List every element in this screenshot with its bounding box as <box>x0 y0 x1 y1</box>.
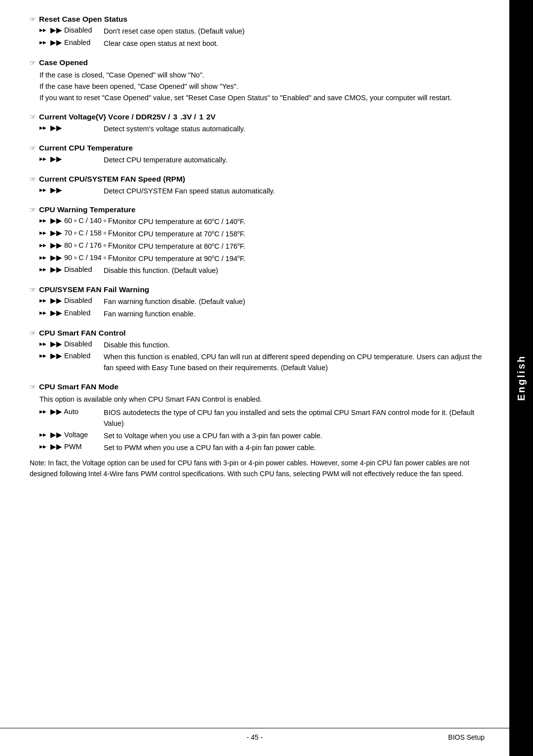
section-body-case-opened: If the case is closed, "Case Opened" wil… <box>30 70 485 104</box>
list-item: ▶▶ DisabledFan warning function disable.… <box>39 297 485 307</box>
item-bullet: ▶▶ Enabled <box>39 309 104 317</box>
item-list-current-voltage: ▶▶ Detect system's voltage status automa… <box>30 124 485 135</box>
item-desc: Set to PWM when you use a CPU fan with a… <box>104 443 485 454</box>
item-bullet: ▶▶ PWM <box>39 443 104 451</box>
page-wrapper: Reset Case Open Status▶▶ DisabledDon't r… <box>0 0 533 756</box>
item-bullet: ▶▶ 90oC / 194oF <box>39 254 113 262</box>
item-bullet: ▶▶ Enabled <box>39 352 104 360</box>
item-bullet: ▶▶ Disabled <box>39 340 104 348</box>
section-title-cpu-smart-fan-control: CPU Smart FAN Control <box>30 329 485 338</box>
section-case-opened: Case OpenedIf the case is closed, "Case … <box>30 58 485 104</box>
list-item: ▶▶ Detect system's voltage status automa… <box>39 124 485 135</box>
list-item: ▶▶ Detect CPU temperature automatically. <box>39 155 485 166</box>
sidebar-label: English <box>516 355 527 401</box>
list-item: ▶▶ DisabledDisable this function. (Defau… <box>39 265 485 276</box>
list-item: ▶▶ EnabledWhen this function is enabled,… <box>39 352 485 374</box>
list-item: ▶▶ DisabledDon't reset case open status.… <box>39 26 485 37</box>
item-bullet: ▶▶ <box>39 186 104 194</box>
item-desc: Clear case open status at next boot. <box>104 38 485 49</box>
section-title-cpu-warning-temperature: CPU Warning Temperature <box>30 205 485 214</box>
item-bullet: ▶▶ Enabled <box>39 38 104 46</box>
main-content: Reset Case Open Status▶▶ DisabledDon't r… <box>0 0 509 756</box>
item-desc: Detect CPU/SYSTEM Fan speed status autom… <box>104 186 485 197</box>
list-item: ▶▶ EnabledFan warning function enable. <box>39 309 485 320</box>
item-desc: BIOS autodetects the type of CPU fan you… <box>104 408 485 429</box>
list-item: ▶▶ Detect CPU/SYSTEM Fan speed status au… <box>39 186 485 197</box>
item-list-current-cpu-temperature: ▶▶ Detect CPU temperature automatically. <box>30 155 485 166</box>
section-current-voltage: Current Voltage(V) Vcore / DDR25V / 3.3V… <box>30 113 485 135</box>
section-title-current-voltage: Current Voltage(V) Vcore / DDR25V / 3.3V… <box>30 113 485 121</box>
item-desc: Monitor CPU temperature at 80oC / 176oF. <box>113 241 485 252</box>
item-desc: Detect system's voltage status automatic… <box>104 124 485 135</box>
item-desc: Don't reset case open status. (Default v… <box>104 26 485 37</box>
item-desc: Fan warning function disable. (Default v… <box>104 297 485 307</box>
item-bullet: ▶▶ 80oC / 176oF <box>39 241 113 249</box>
section-title-cpu-sysem-fan-fail-warning: CPU/SYSEM FAN Fail Warning <box>30 285 485 294</box>
item-bullet: ▶▶ Disabled <box>39 297 104 304</box>
list-item: ▶▶ 80oC / 176oFMonitor CPU temperature a… <box>39 241 485 252</box>
item-bullet: ▶▶ 60oC / 140oF <box>39 217 113 225</box>
section-title-cpu-smart-fan-mode: CPU Smart FAN Mode <box>30 382 485 391</box>
list-item: ▶▶ 90oC / 194oFMonitor CPU temperature a… <box>39 254 485 265</box>
section-cpu-smart-fan-mode: CPU Smart FAN ModeThis option is availab… <box>30 382 485 480</box>
list-item: ▶▶ 60oC / 140oFMonitor CPU temperature a… <box>39 217 485 227</box>
list-item: ▶▶ DisabledDisable this function. <box>39 340 485 351</box>
section-title-current-cpu-system-fan-speed: Current CPU/SYSTEM FAN Speed (RPM) <box>30 175 485 184</box>
section-cpu-smart-fan-control: CPU Smart FAN Control▶▶ DisabledDisable … <box>30 329 485 374</box>
list-item: ▶▶ EnabledClear case open status at next… <box>39 38 485 49</box>
item-bullet: ▶▶ Disabled <box>39 265 104 273</box>
item-bullet: ▶▶ Disabled <box>39 26 104 34</box>
sections-container: Reset Case Open Status▶▶ DisabledDon't r… <box>30 15 485 480</box>
item-bullet: ▶▶ 70oC / 158oF <box>39 229 113 237</box>
item-desc: When this function is enabled, CPU fan w… <box>104 352 485 374</box>
section-cpu-sysem-fan-fail-warning: CPU/SYSEM FAN Fail Warning▶▶ DisabledFan… <box>30 285 485 320</box>
section-current-cpu-system-fan-speed: Current CPU/SYSTEM FAN Speed (RPM)▶▶ Det… <box>30 175 485 197</box>
section-title-case-opened: Case Opened <box>30 58 485 67</box>
section-note-cpu-smart-fan-mode: Note: In fact, the Voltage option can be… <box>30 457 485 480</box>
item-desc: Fan warning function enable. <box>104 309 485 320</box>
footer: - 45 - BIOS Setup <box>0 728 509 741</box>
item-desc: Disable this function. (Default value) <box>104 265 485 276</box>
item-bullet: ▶▶ Auto <box>39 408 104 416</box>
item-list-current-cpu-system-fan-speed: ▶▶ Detect CPU/SYSTEM Fan speed status au… <box>30 186 485 197</box>
section-title-current-cpu-temperature: Current CPU Temperature <box>30 144 485 152</box>
item-desc: Disable this function. <box>104 340 485 351</box>
section-current-cpu-temperature: Current CPU Temperature▶▶ Detect CPU tem… <box>30 144 485 166</box>
section-reset-case-open-status: Reset Case Open Status▶▶ DisabledDon't r… <box>30 15 485 49</box>
list-item: ▶▶ 70oC / 158oFMonitor CPU temperature a… <box>39 229 485 240</box>
item-desc: Monitor CPU temperature at 70oC / 158oF. <box>113 229 485 240</box>
section-cpu-warning-temperature: CPU Warning Temperature▶▶ 60oC / 140oFMo… <box>30 205 485 276</box>
section-title-reset-case-open-status: Reset Case Open Status <box>30 15 485 24</box>
item-bullet: ▶▶ <box>39 155 104 163</box>
item-list-reset-case-open-status: ▶▶ DisabledDon't reset case open status.… <box>30 26 485 49</box>
item-bullet: ▶▶ <box>39 124 104 132</box>
list-item: ▶▶ VoltageSet to Voltage when you use a … <box>39 431 485 442</box>
item-list-cpu-sysem-fan-fail-warning: ▶▶ DisabledFan warning function disable.… <box>30 297 485 320</box>
item-list-cpu-smart-fan-control: ▶▶ DisabledDisable this function.▶▶ Enab… <box>30 340 485 374</box>
item-desc: Detect CPU temperature automatically. <box>104 155 485 166</box>
list-item: ▶▶ PWMSet to PWM when you use a CPU fan … <box>39 443 485 454</box>
footer-page: - 45 - <box>178 733 332 741</box>
item-list-cpu-warning-temperature: ▶▶ 60oC / 140oFMonitor CPU temperature a… <box>30 217 485 276</box>
item-desc: Set to Voltage when you use a CPU fan wi… <box>104 431 485 442</box>
list-item: ▶▶ AutoBIOS autodetects the type of CPU … <box>39 408 485 429</box>
item-list-cpu-smart-fan-mode: ▶▶ AutoBIOS autodetects the type of CPU … <box>30 408 485 454</box>
sidebar: English <box>509 0 533 756</box>
item-desc: Monitor CPU temperature at 60oC / 140oF. <box>113 217 485 227</box>
footer-title: BIOS Setup <box>331 733 485 741</box>
section-body-cpu-smart-fan-mode: This option is available only when CPU S… <box>30 394 485 405</box>
item-desc: Monitor CPU temperature at 90oC / 194oF. <box>113 254 485 265</box>
item-bullet: ▶▶ Voltage <box>39 431 104 439</box>
